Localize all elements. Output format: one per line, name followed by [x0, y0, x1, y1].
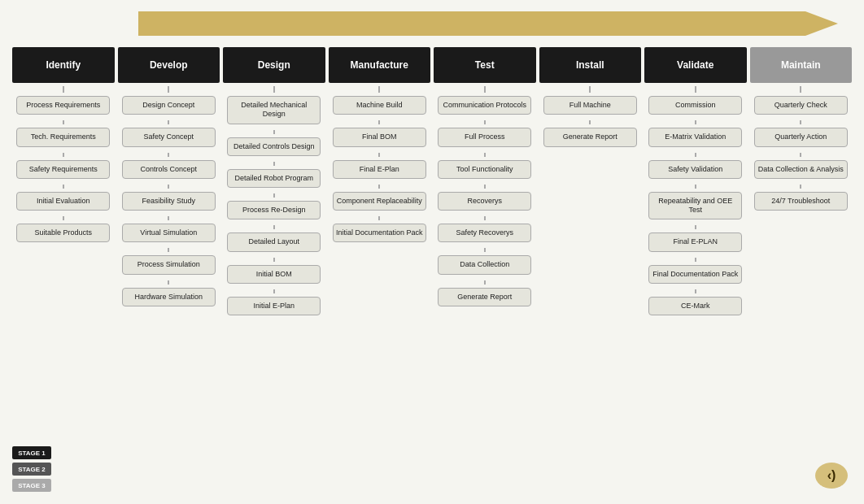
list-item: Component Replaceability	[329, 192, 431, 211]
list-item: E-Matrix Validation	[644, 128, 747, 146]
column-design: DesignDetailed Mechanical DesignDetailed…	[223, 47, 325, 318]
list-item: Final E-Plan	[329, 160, 431, 179]
item-box-develop-1: Safety Concept	[122, 128, 216, 146]
list-item: Data Collection	[434, 255, 536, 274]
list-item: Detailed Controls Design	[223, 137, 325, 156]
column-manufacture: ManufactureMachine BuildFinal BOMFinal E…	[329, 47, 431, 245]
column-identify: IdentifyProcess RequirementsTech. Requir…	[12, 47, 115, 245]
header-maintain: Maintain	[750, 47, 853, 83]
list-item: Initial BOM	[223, 265, 325, 284]
svg-marker-0	[138, 11, 838, 36]
list-item: 24/7 Troubleshoot	[750, 192, 853, 211]
item-box-maintain-2: Data Collection & Analysis	[754, 160, 848, 179]
item-box-validate-5: Final Documentation Pack	[648, 265, 742, 284]
header-develop: Develop	[118, 47, 220, 83]
item-box-develop-3: Feasibility Study	[122, 192, 216, 211]
column-validate: ValidateCommissionE-Matrix ValidationSaf…	[644, 47, 747, 318]
main-container: IdentifyProcess RequirementsTech. Requir…	[0, 0, 864, 504]
list-item: Design Concept	[118, 96, 220, 115]
stage-box: STAGE 2	[12, 463, 51, 476]
item-box-design-0: Detailed Mechanical Design	[227, 96, 321, 124]
list-item: Quarterly Action	[750, 128, 853, 146]
item-box-identify-1: Tech. Requirements	[16, 128, 110, 146]
list-item: Virtual Simulation	[118, 224, 220, 242]
column-maintain: MaintainQuarterly CheckQuarterly ActionD…	[750, 47, 853, 213]
item-box-test-2: Tool Functionality	[438, 160, 531, 179]
item-box-design-6: Initial E-Plan	[227, 297, 321, 315]
list-item: Full Machine	[539, 96, 642, 115]
stage-box: STAGE 1	[12, 446, 51, 459]
list-item: Detailed Mechanical Design	[223, 96, 325, 124]
list-item: Detailed Robot Program	[223, 169, 325, 188]
item-box-develop-0: Design Concept	[122, 96, 216, 115]
list-item: Safety Recoverys	[434, 224, 536, 242]
item-box-develop-5: Process Simulation	[122, 255, 216, 274]
list-item: Quarterly Check	[750, 96, 853, 115]
list-item: Tool Functionality	[434, 160, 536, 179]
list-item: Safety Validation	[644, 160, 747, 179]
item-box-manufacture-4: Initial Documentation Pack	[333, 224, 426, 242]
item-box-maintain-3: 24/7 Troubleshoot	[754, 192, 848, 211]
column-test: TestCommunication ProtocolsFull ProcessT…	[434, 47, 536, 309]
column-develop: DevelopDesign ConceptSafety ConceptContr…	[118, 47, 220, 309]
item-box-identify-4: Suitable Products	[16, 224, 110, 242]
item-box-maintain-0: Quarterly Check	[754, 96, 848, 115]
list-item: Data Collection & Analysis	[750, 160, 853, 179]
list-item: Generate Report	[539, 128, 642, 146]
item-box-design-1: Detailed Controls Design	[227, 137, 321, 156]
list-item: Controls Concept	[118, 160, 220, 179]
list-item: Repeatability and OEE Test	[644, 192, 747, 220]
item-box-validate-4: Final E-PLAN	[648, 232, 742, 251]
header-design: Design	[223, 47, 325, 83]
item-box-develop-6: Hardware Simulation	[122, 288, 216, 306]
list-item: Process Re-Design	[223, 201, 325, 219]
item-box-test-0: Communication Protocols	[438, 96, 531, 115]
item-box-validate-2: Safety Validation	[648, 160, 742, 179]
item-box-test-3: Recoverys	[438, 192, 531, 211]
item-box-design-2: Detailed Robot Program	[227, 169, 321, 188]
list-item: Final Documentation Pack	[644, 265, 747, 284]
item-box-identify-2: Safety Requirements	[16, 160, 110, 179]
header-install: Install	[539, 47, 642, 83]
list-item: Final E-PLAN	[644, 232, 747, 251]
list-item: Generate Report	[434, 288, 536, 306]
item-box-validate-0: Commission	[648, 96, 742, 115]
list-item: Full Process	[434, 128, 536, 146]
header-validate: Validate	[644, 47, 747, 83]
item-box-manufacture-3: Component Replaceability	[333, 192, 426, 211]
list-item: Detailed Layout	[223, 232, 325, 251]
item-box-develop-2: Controls Concept	[122, 160, 216, 179]
item-box-validate-3: Repeatability and OEE Test	[648, 192, 742, 220]
list-item: CE-Mark	[644, 297, 747, 315]
item-box-test-5: Data Collection	[438, 255, 531, 274]
item-box-identify-0: Process Requirements	[16, 96, 110, 115]
item-box-test-4: Safety Recoverys	[438, 224, 531, 242]
item-box-manufacture-0: Machine Build	[333, 96, 426, 115]
list-item: Commission	[644, 96, 747, 115]
list-item: Feasibility Study	[118, 192, 220, 211]
list-item: Communication Protocols	[434, 96, 536, 115]
item-box-validate-1: E-Matrix Validation	[648, 128, 742, 146]
item-box-design-4: Detailed Layout	[227, 232, 321, 251]
list-item: Process Simulation	[118, 255, 220, 274]
item-box-manufacture-2: Final E-Plan	[333, 160, 426, 179]
svg-text:‹): ‹)	[827, 468, 836, 482]
list-item: Initial Evaluation	[12, 192, 115, 211]
item-box-design-3: Process Re-Design	[227, 201, 321, 219]
header-test: Test	[434, 47, 536, 83]
logo-area: ‹)	[811, 459, 852, 492]
column-install: InstallFull MachineGenerate Report	[539, 47, 642, 150]
stage-legend: STAGE 1STAGE 2STAGE 3	[12, 446, 51, 492]
item-box-develop-4: Virtual Simulation	[122, 224, 216, 242]
stage-legend-item: STAGE 2	[12, 463, 51, 476]
list-item: Recoverys	[434, 192, 536, 211]
item-box-install-0: Full Machine	[543, 96, 637, 115]
item-box-manufacture-1: Final BOM	[333, 128, 426, 146]
item-box-identify-3: Initial Evaluation	[16, 192, 110, 211]
item-box-test-6: Generate Report	[438, 288, 531, 306]
list-item: Initial E-Plan	[223, 297, 325, 315]
header-manufacture: Manufacture	[329, 47, 431, 83]
columns-wrapper: IdentifyProcess RequirementsTech. Requir…	[12, 47, 852, 318]
list-item: Process Requirements	[12, 96, 115, 115]
item-box-design-5: Initial BOM	[227, 265, 321, 284]
